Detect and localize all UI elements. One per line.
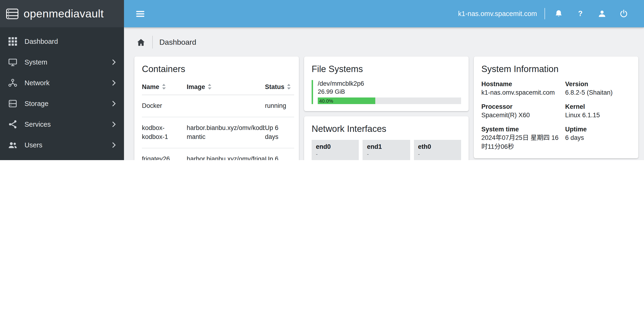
column-header-name[interactable]: Name: [142, 79, 187, 95]
sidebar-item-dashboard[interactable]: Dashboard: [0, 31, 124, 52]
sysinfo-value: Linux 6.1.15: [565, 111, 631, 120]
container-name-cell: Docker: [142, 95, 187, 117]
containers-body: Dockerrunningkodbox-kodbox-1harbor.bianb…: [142, 95, 294, 160]
column-header-status[interactable]: Status: [265, 79, 294, 95]
sysinfo-field: KernelLinux 6.1.15: [565, 103, 631, 120]
home-icon[interactable]: [136, 37, 146, 47]
sysinfo-label: Processor: [481, 103, 562, 110]
filesystem-size: 26.99 GiB: [318, 88, 461, 95]
sysinfo-label: Uptime: [565, 126, 631, 133]
column-label: Name: [142, 83, 159, 90]
sysinfo-label: Kernel: [565, 103, 631, 110]
column-label: Status: [265, 83, 284, 90]
middle-column: File Systems /dev/mmcblk2p6 26.99 GiB 40…: [304, 56, 468, 160]
sidebar-item-system[interactable]: System: [0, 52, 124, 72]
sidebar-item-users[interactable]: Users: [0, 135, 124, 155]
containers-card: Containers NameImageStatus Dockerrunning…: [134, 56, 299, 160]
sysinfo-label: Hostname: [481, 80, 562, 88]
breadcrumb: Dashboard: [124, 27, 644, 48]
containers-header-row: NameImageStatus: [142, 79, 294, 95]
container-image-cell: [187, 95, 265, 117]
container-image-cell: harbor.bianbu.xyz/omv/kodbox:1.49-mantic: [187, 117, 265, 148]
interface-tile-end1: end1--: [363, 140, 410, 160]
container-name-cell: frigatev26: [142, 148, 187, 160]
container-status-cell: running: [265, 95, 294, 117]
storage-icon: [8, 99, 18, 108]
filesystem-device: /dev/mmcblk2p6: [318, 80, 461, 87]
sidebar-item-label: Network: [24, 79, 50, 87]
container-status-cell: Up 6 days (healthy): [265, 148, 294, 160]
container-name-cell: kodbox-kodbox-1: [142, 117, 187, 148]
sysinfo-card-title: System Information: [481, 64, 631, 74]
table-row: frigatev26harbor.bianbu.xyz/omv/frigate:…: [142, 148, 294, 160]
interface-address: -: [316, 158, 355, 160]
interface-name: end0: [316, 143, 355, 150]
interface-tile-end0: end0--: [312, 140, 359, 160]
sysinfo-field: ProcessorSpacemit(R) X60: [481, 103, 562, 120]
interface-name: end1: [367, 143, 406, 150]
containers-table: NameImageStatus Dockerrunningkodbox-kodb…: [142, 79, 294, 160]
sidebar-item-services[interactable]: Services: [0, 114, 124, 135]
sidebar-item-storage[interactable]: Storage: [0, 93, 124, 114]
container-status-cell: Up 6 days: [265, 117, 294, 148]
system-icon: [8, 57, 18, 67]
sidebar-menu: DashboardSystemNetworkStorageServicesUse…: [0, 27, 124, 160]
filesystems-card: File Systems /dev/mmcblk2p6 26.99 GiB 40…: [304, 56, 468, 111]
column-label: Image: [187, 83, 205, 90]
table-row: kodbox-kodbox-1harbor.bianbu.xyz/omv/kod…: [142, 117, 294, 148]
interface-address: -: [418, 158, 457, 160]
top-bar: k1-nas.omv.spacemit.com ?: [124, 0, 644, 27]
sidebar-item-network[interactable]: Network: [0, 72, 124, 93]
sidebar-item-label: Users: [24, 141, 42, 149]
sysinfo-value: k1-nas.omv.spacemit.com: [481, 88, 562, 97]
chevron-right-icon: [112, 142, 116, 148]
chevron-right-icon: [112, 59, 116, 65]
power-icon[interactable]: [613, 0, 634, 27]
sidebar: openmediavault DashboardSystemNetworkSto…: [0, 0, 124, 160]
sysinfo-value: 6.8.2-5 (Shaitan): [565, 88, 631, 97]
filesystem-usage-bar: 40.0%: [318, 97, 461, 104]
sysinfo-field: Version6.8.2-5 (Shaitan): [565, 80, 631, 97]
sysinfo-field: System time2024年07月25日 星期四 16时11分06秒: [481, 126, 562, 151]
app-logo: openmediavault: [0, 0, 124, 27]
sysinfo-label: Version: [565, 80, 631, 88]
fs-usage-percent: 40.0%: [319, 97, 333, 104]
sysinfo-value: 2024年07月25日 星期四 16时11分06秒: [481, 134, 562, 151]
users-icon: [8, 140, 18, 150]
hostname-text: k1-nas.omv.spacemit.com: [458, 10, 537, 17]
column-header-image[interactable]: Image: [187, 79, 265, 95]
network-icon: [8, 78, 18, 88]
menu-toggle-button[interactable]: [135, 9, 145, 18]
interface-address: -: [316, 151, 355, 157]
network-interfaces-card: Network Interfaces end0--end1--eth0--vet…: [304, 116, 468, 160]
user-menu-icon[interactable]: [591, 0, 613, 27]
sidebar-item-label: System: [24, 58, 48, 66]
hamburger-icon: [135, 9, 145, 18]
system-information-card: System Information Hostnamek1-nas.omv.sp…: [474, 56, 638, 158]
help-icon[interactable]: ?: [570, 0, 591, 27]
main-content: Dashboard Containers NameImageStatus Doc…: [124, 27, 644, 160]
sidebar-item-label: Storage: [24, 100, 48, 107]
sysinfo-grid: Hostnamek1-nas.omv.spacemit.comVersion6.…: [481, 80, 631, 151]
containers-card-title: Containers: [142, 64, 291, 74]
chevron-right-icon: [112, 80, 116, 86]
header-separator: [544, 8, 545, 19]
app-window: openmediavault DashboardSystemNetworkSto…: [0, 0, 644, 160]
dashboard-widgets: Containers NameImageStatus Dockerrunning…: [124, 48, 644, 160]
container-image-cell: harbor.bianbu.xyz/omv/frigate:v26: [187, 148, 265, 160]
interface-address: -: [367, 151, 406, 157]
interface-address: -: [418, 151, 457, 157]
filesystems-card-title: File Systems: [312, 64, 461, 74]
interface-tiles: end0--end1--eth0--veth8f772c1--vethb6ae9…: [312, 140, 461, 160]
interface-address: -: [367, 158, 406, 160]
interface-name: eth0: [418, 143, 457, 150]
sysinfo-field: Hostnamek1-nas.omv.spacemit.com: [481, 80, 562, 97]
breadcrumb-separator: [152, 36, 153, 48]
services-icon: [8, 120, 18, 129]
dashboard-icon: [8, 37, 18, 46]
svg-text:?: ?: [578, 9, 583, 18]
right-column: System Information Hostnamek1-nas.omv.sp…: [474, 56, 638, 160]
sidebar-item-diagnostics[interactable]: Diagnostics: [0, 155, 124, 160]
notifications-bell-icon[interactable]: [548, 0, 570, 27]
sidebar-item-label: Services: [24, 121, 51, 128]
